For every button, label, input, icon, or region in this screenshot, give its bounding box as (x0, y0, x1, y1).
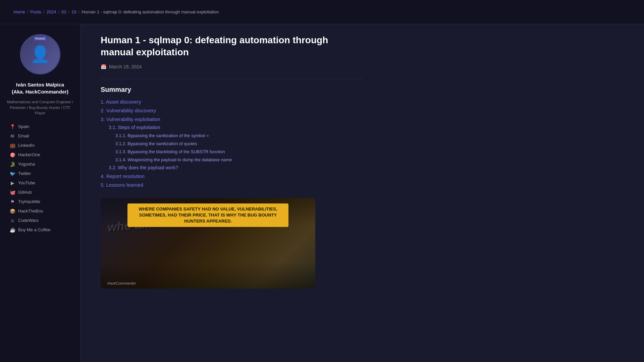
toc-item: 2. Vulnerability discovery (101, 108, 362, 114)
toc-item: 1. Asset discovery (101, 99, 362, 105)
yogosha-link-label: Yogosha (18, 162, 35, 167)
hackthebox-link-label: HackTheBox (18, 208, 43, 214)
codewars-link-icon: ⚔ (9, 218, 15, 223)
divider (101, 79, 362, 79)
table-of-contents: 1. Asset discovery2. Vulnerability disco… (101, 99, 362, 188)
avatar: 👤 Rooted (20, 34, 60, 74)
toc-item: 3.1.3. Bypassing the blacklisting of the… (115, 148, 362, 155)
toc-link[interactable]: 4. Report resolution (101, 173, 145, 179)
yogosha-link-icon: 🐊 (9, 162, 15, 167)
breadcrumb-home[interactable]: Home (13, 9, 25, 14)
article-date: 📅 March 19, 2024 (101, 64, 362, 69)
toc-item: 3.1.1. Bypassing the sanitization of the… (115, 132, 362, 138)
article-title: Human 1 - sqlmap 0: defeating automation… (101, 34, 362, 59)
toc-item: 5. Lessons learned (101, 182, 362, 188)
toc-item: 3.1.4. Weaponizing the payload to dump t… (115, 157, 362, 163)
toc-item: 3.2. Why does the payload work? (109, 165, 362, 171)
toc-link[interactable]: 3.1.4. Weaponizing the payload to dump t… (115, 157, 232, 162)
toc-link[interactable]: 3.1.2. Bypassing the sanitization of quo… (115, 141, 197, 146)
toc-link[interactable]: 3. Vulnerability exploitation (101, 116, 160, 122)
breadcrumb-posts[interactable]: Posts (30, 9, 41, 14)
toc-item: 3.1.2. Bypassing the sanitization of quo… (115, 140, 362, 146)
toc-link[interactable]: 5. Lessons learned (101, 182, 143, 188)
toc-link[interactable]: 3.1.1. Bypassing the sanitization of the… (115, 133, 209, 138)
toc-link[interactable]: 3.1.3. Bypassing the blacklisting of the… (115, 149, 225, 154)
hackthebox-link-icon: 📦 (9, 208, 15, 214)
image-banner: WHERE COMPANIES SAFETY HAD NO VALUE, VUL… (127, 203, 288, 227)
hackerone-link-label: HackerOne (18, 152, 40, 157)
avatar-image: 👤 (21, 35, 59, 73)
buymeacoffee-link-icon: ☕ (9, 227, 15, 233)
image-brand: HackCommander (107, 281, 136, 285)
spain-link[interactable]: 📍Spain (7, 123, 73, 131)
linkedin-link[interactable]: 💼LinkedIn (7, 141, 73, 149)
main-content: Home / Posts / 2024 / 03 / 19 / Human 1 … (80, 24, 382, 362)
codewars-link-label: CodeWars (18, 218, 39, 223)
page-wrapper: 👤 Rooted Iván Santos Malpica (Aka. HackC… (0, 0, 644, 362)
spain-link-label: Spain (18, 124, 29, 129)
social-links: 📍Spain✉Email💼LinkedIn🎯HackerOne🐊Yogosha🐦… (7, 123, 73, 234)
toc-link[interactable]: 1. Asset discovery (101, 99, 141, 105)
youtube-link[interactable]: ▶YouTube (7, 179, 73, 187)
breadcrumb-sep-4: / (68, 9, 69, 14)
image-text: WHERE COMPANIES SAFETY HAD NO VALUE, VUL… (101, 203, 315, 227)
spain-link-icon: 📍 (9, 124, 15, 129)
toc-item: 3. Vulnerability exploitation3.1. Steps … (101, 116, 362, 171)
toc-link[interactable]: 3.1. Steps of exploitation (109, 125, 160, 130)
github-link[interactable]: 🐙GitHub (7, 188, 73, 196)
sidebar: 👤 Rooted Iván Santos Malpica (Aka. HackC… (0, 24, 80, 362)
summary-heading: Summary (101, 86, 362, 94)
breadcrumb-sep-3: / (58, 9, 59, 14)
twitter-link[interactable]: 🐦Twitter (7, 170, 73, 178)
breadcrumb-sep-1: / (27, 9, 29, 14)
email-link-icon: ✉ (9, 133, 15, 139)
email-link[interactable]: ✉Email (7, 132, 73, 140)
avatar-badge: Rooted (34, 37, 46, 41)
twitter-link-icon: 🐦 (9, 171, 15, 176)
tryhackme-link-label: TryHackMe (18, 199, 40, 204)
author-bio: Mathematician and Computer Engineer / Pe… (7, 99, 73, 116)
breadcrumb-current: Human 1 - sqlmap 0: defeating automation… (82, 9, 219, 14)
github-link-icon: 🐙 (9, 190, 15, 195)
github-link-label: GitHub (18, 190, 32, 195)
hackerone-link[interactable]: 🎯HackerOne (7, 151, 73, 159)
calendar-icon: 📅 (101, 64, 106, 69)
breadcrumb-year[interactable]: 2024 (46, 9, 56, 14)
buymeacoffee-link-label: Buy Me a Coffee (18, 227, 51, 232)
yogosha-link[interactable]: 🐊Yogosha (7, 160, 73, 168)
hackerone-link-icon: 🎯 (9, 152, 15, 158)
toc-link[interactable]: 2. Vulnerability discovery (101, 108, 156, 113)
linkedin-link-label: LinkedIn (18, 143, 35, 148)
codewars-link[interactable]: ⚔CodeWars (7, 217, 73, 225)
toc-item: 3.1. Steps of exploitation3.1.1. Bypassi… (109, 124, 362, 163)
tryhackme-link-icon: ⚑ (9, 199, 15, 204)
tryhackme-link[interactable]: ⚑TryHackMe (7, 198, 73, 206)
date-text: March 19, 2024 (109, 64, 142, 69)
youtube-link-icon: ▶ (9, 180, 15, 186)
breadcrumb: Home / Posts / 2024 / 03 / 19 / Human 1 … (0, 0, 644, 24)
twitter-link-label: Twitter (18, 171, 31, 176)
email-link-label: Email (18, 133, 29, 138)
author-name: Iván Santos Malpica (Aka. HackCommander) (12, 81, 68, 95)
linkedin-link-icon: 💼 (9, 143, 15, 148)
buymeacoffee-link[interactable]: ☕Buy Me a Coffee (7, 226, 73, 234)
breadcrumb-month[interactable]: 03 (61, 9, 66, 14)
breadcrumb-sep-2: / (43, 9, 45, 14)
article-image: who am i WHERE COMPANIES SAFETY HAD NO V… (101, 198, 315, 289)
hackthebox-link[interactable]: 📦HackTheBox (7, 207, 73, 215)
youtube-link-label: YouTube (18, 180, 35, 185)
breadcrumb-day[interactable]: 19 (71, 9, 76, 14)
breadcrumb-sep-5: / (78, 9, 80, 14)
toc-link[interactable]: 3.2. Why does the payload work? (109, 165, 178, 170)
toc-item: 4. Report resolution (101, 173, 362, 179)
